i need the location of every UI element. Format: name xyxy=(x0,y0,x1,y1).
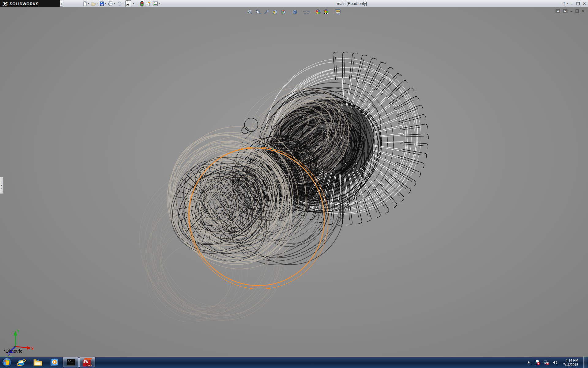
windows-taskbar: C:\_ SW 2015 xyxy=(0,357,588,368)
previous-view-icon xyxy=(264,9,270,15)
zoom-to-fit-button[interactable] xyxy=(247,8,254,15)
taskbar-item-file-explorer[interactable] xyxy=(30,357,46,367)
document-title: main [Read-only] xyxy=(337,1,367,6)
section-view-icon xyxy=(272,9,278,15)
print-button[interactable]: ▾ xyxy=(108,0,115,7)
taskbar-item-internet-explorer[interactable] xyxy=(13,357,29,367)
save-button[interactable]: ▾ xyxy=(99,0,107,7)
up-arrow-icon xyxy=(527,361,530,364)
previous-document-button[interactable]: ◀ xyxy=(556,9,560,13)
zoom-to-area-button[interactable] xyxy=(255,8,262,15)
display-style-icon xyxy=(292,9,298,15)
triad-y-label: Y xyxy=(17,329,19,333)
dropdown-arrow[interactable]: ▾ xyxy=(123,2,124,5)
view-orientation-icon xyxy=(280,9,286,15)
view-orientation-button[interactable] xyxy=(280,8,287,15)
doc-close-button[interactable]: ✕ xyxy=(582,9,585,13)
start-button[interactable] xyxy=(1,357,13,368)
new-document-button[interactable]: ▾ xyxy=(82,0,89,7)
media-player-icon xyxy=(50,358,59,367)
chevron-left-icon: ◂ xyxy=(1,181,2,183)
triad-z-label: Z xyxy=(8,353,10,356)
show-hidden-icons-button[interactable] xyxy=(526,360,531,365)
folder-icon xyxy=(33,358,43,366)
view-settings-button[interactable] xyxy=(335,8,341,15)
solidworks-2015-icon: SW 2015 xyxy=(83,358,92,366)
undo-button[interactable]: ▾ xyxy=(116,0,124,7)
open-folder-icon xyxy=(91,1,96,6)
internet-explorer-icon xyxy=(17,358,26,367)
rebuild-traffic-light-icon xyxy=(140,1,144,6)
dassault-3ds-logo-icon: 3S xyxy=(2,1,8,6)
zoom-to-area-icon xyxy=(255,9,261,15)
dropdown-arrow[interactable]: ▾ xyxy=(114,2,115,5)
dropdown-arrow[interactable]: ▾ xyxy=(159,2,160,5)
display-style-button[interactable] xyxy=(292,8,298,15)
clock-date: 7/13/2015 xyxy=(563,362,578,367)
turbine-wireframe-model[interactable] xyxy=(0,7,588,357)
volume-button[interactable] xyxy=(552,360,558,365)
show-desktop-button[interactable] xyxy=(583,357,587,368)
select-cursor-icon xyxy=(126,1,130,6)
new-document-icon xyxy=(82,1,87,6)
menu-expand-arrow[interactable]: ▸ xyxy=(60,1,63,7)
select-button[interactable] xyxy=(125,0,131,7)
chevron-left-icon: ◂ xyxy=(1,184,2,186)
section-view-button[interactable] xyxy=(272,8,278,15)
action-center-flag-icon xyxy=(535,360,540,365)
restore-button[interactable]: ❐ xyxy=(576,2,580,6)
taskbar-clock[interactable]: 4:14 PM 7/13/2015 xyxy=(561,358,580,367)
system-tray: 4:14 PM 7/13/2015 xyxy=(526,357,588,368)
next-document-button[interactable]: ▶ xyxy=(563,9,567,13)
chevron-left-icon: ◂ xyxy=(1,188,2,190)
doc-minimize-button[interactable]: – xyxy=(570,9,572,13)
solidworks-logo[interactable]: 3S SOLIDWORKS xyxy=(0,0,60,7)
apply-scene-button[interactable] xyxy=(323,8,330,15)
previous-view-button[interactable] xyxy=(263,8,270,15)
eyeglasses-icon xyxy=(303,9,310,15)
options-button[interactable]: ▾ xyxy=(153,0,160,7)
doc-restore-button[interactable]: ❐ xyxy=(575,9,579,13)
heads-up-view-toolbar xyxy=(0,8,588,15)
hide-show-items-button[interactable] xyxy=(303,8,310,15)
printer-icon xyxy=(108,1,113,6)
apply-scene-icon xyxy=(323,9,329,15)
title-bar: 3S SOLIDWORKS ▸ ▾ ▾ ▾ xyxy=(0,0,588,7)
help-button[interactable]: ? xyxy=(563,1,566,6)
view-orientation-label: *Dimetric xyxy=(4,348,22,354)
file-properties-icon xyxy=(145,1,151,6)
edit-appearance-button[interactable] xyxy=(315,8,322,15)
appearance-sphere-icon xyxy=(315,9,321,15)
select-flyout[interactable]: ▾ xyxy=(132,0,135,7)
speaker-icon xyxy=(552,360,558,365)
file-properties-button[interactable] xyxy=(145,0,151,7)
taskbar-item-solidworks-2015[interactable]: SW 2015 xyxy=(79,357,95,367)
windows-orb-icon xyxy=(2,358,11,367)
solidworks-year-label: 2015 xyxy=(86,364,92,367)
taskbar-item-media-player[interactable] xyxy=(46,357,62,367)
graphics-viewport[interactable]: ◀ ▶ – ❐ ✕ ◂ ◂ ◂ Y X Z *Dimetric xyxy=(0,7,588,357)
minimize-button[interactable]: – xyxy=(571,2,573,6)
clock-time: 4:14 PM xyxy=(563,358,578,362)
document-window-controls: ◀ ▶ – ❐ ✕ xyxy=(556,9,585,13)
network-disconnected-icon xyxy=(544,360,549,365)
dropdown-arrow[interactable]: ▾ xyxy=(88,2,89,5)
undo-arrow-icon xyxy=(117,1,122,6)
command-prompt-icon: C:\_ xyxy=(67,359,75,366)
network-status-button[interactable] xyxy=(544,360,549,365)
main-toolbar: ▾ ▾ ▾ ▾ xyxy=(82,0,160,7)
save-floppy-icon xyxy=(100,1,104,6)
close-button[interactable]: ✕ xyxy=(583,2,586,6)
help-dropdown-arrow[interactable]: ▾ xyxy=(567,2,568,5)
rebuild-button[interactable] xyxy=(140,0,144,7)
dropdown-arrow[interactable]: ▾ xyxy=(105,2,106,5)
dropdown-arrow[interactable]: ▾ xyxy=(97,2,98,5)
zoom-to-fit-icon xyxy=(247,9,253,15)
checkered-flag xyxy=(324,13,328,14)
window-controls: ? ▾ – ❐ ✕ xyxy=(563,1,586,7)
open-button[interactable]: ▾ xyxy=(91,0,98,7)
dropdown-arrow[interactable]: ▾ xyxy=(133,2,134,5)
featuremanager-collapsed-tab[interactable]: ◂ ◂ ◂ xyxy=(0,177,3,194)
taskbar-item-command-prompt[interactable]: C:\_ xyxy=(63,357,79,367)
action-center-button[interactable] xyxy=(535,360,540,365)
